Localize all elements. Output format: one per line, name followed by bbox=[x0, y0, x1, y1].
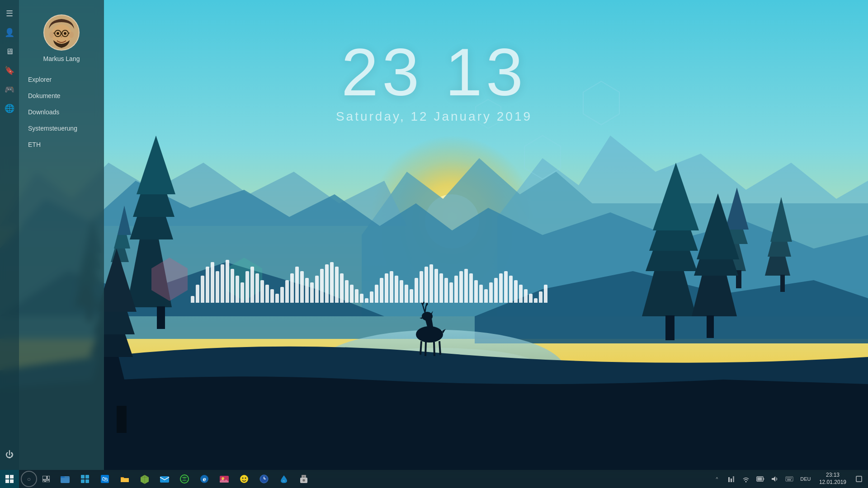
photos-icon bbox=[219, 474, 229, 484]
network-icon bbox=[728, 475, 735, 483]
svg-point-75 bbox=[745, 481, 746, 483]
taskbar-task-manager[interactable] bbox=[75, 470, 95, 488]
svg-marker-79 bbox=[772, 476, 775, 482]
svg-rect-73 bbox=[731, 479, 732, 482]
svg-rect-41 bbox=[42, 480, 45, 482]
viz-bar-55 bbox=[464, 269, 468, 303]
viz-bar-41 bbox=[395, 276, 398, 303]
notification-icon bbox=[855, 475, 863, 483]
taskbar-photos[interactable] bbox=[214, 470, 234, 488]
viz-bar-31 bbox=[345, 280, 349, 303]
menu-item-explorer[interactable]: Explorer bbox=[21, 71, 102, 88]
menu-item-dokumente[interactable]: Dokumente bbox=[21, 88, 102, 104]
battery-icon bbox=[756, 475, 764, 483]
taskbar-drive[interactable] bbox=[294, 470, 314, 488]
tray-keyboard-icon[interactable] bbox=[783, 470, 796, 488]
tray-network-icon[interactable] bbox=[725, 470, 738, 488]
taskbar-email[interactable] bbox=[155, 470, 175, 488]
viz-bar-7 bbox=[226, 260, 229, 303]
viz-bar-5 bbox=[216, 271, 219, 303]
viz-bar-17 bbox=[275, 294, 279, 303]
taskbar-clock[interactable]: 23:13 12.01.2019 bbox=[816, 470, 850, 488]
taskbar-store[interactable]: 🛍 bbox=[95, 470, 115, 488]
viz-bar-38 bbox=[380, 278, 383, 303]
taskbar-package[interactable] bbox=[135, 470, 155, 488]
taskbar-smiley[interactable] bbox=[234, 470, 254, 488]
browser-icon: e bbox=[199, 474, 209, 484]
cortana-button[interactable]: ○ bbox=[21, 471, 37, 487]
svg-rect-83 bbox=[789, 478, 790, 479]
tray-language[interactable]: DEU bbox=[797, 470, 814, 488]
svg-rect-42 bbox=[46, 480, 50, 482]
taskbar-start-button[interactable] bbox=[0, 470, 19, 488]
viz-bar-59 bbox=[484, 289, 488, 303]
viz-bar-66 bbox=[519, 285, 523, 303]
viz-bar-43 bbox=[405, 285, 408, 303]
tray-wifi-icon[interactable] bbox=[740, 470, 752, 488]
viz-bar-12 bbox=[250, 267, 254, 303]
viz-bar-61 bbox=[494, 278, 498, 303]
svg-point-31 bbox=[57, 32, 59, 35]
svg-point-62 bbox=[242, 478, 244, 479]
power-button[interactable]: ⏻ bbox=[1, 446, 18, 463]
svg-rect-9 bbox=[157, 306, 165, 329]
svg-rect-38 bbox=[10, 479, 14, 483]
menu-item-downloads[interactable]: Downloads bbox=[21, 104, 102, 120]
viz-bar-62 bbox=[499, 273, 503, 303]
monitor-button[interactable]: 🖥 bbox=[1, 43, 18, 60]
viz-bar-14 bbox=[260, 280, 264, 303]
viz-bar-47 bbox=[425, 267, 428, 303]
taskbar-folder[interactable] bbox=[115, 470, 135, 488]
viz-bar-48 bbox=[429, 264, 433, 303]
viz-bar-0 bbox=[191, 296, 194, 303]
menu-item-systemsteuerung[interactable]: Systemsteuerung bbox=[21, 120, 102, 136]
tray-battery-icon[interactable] bbox=[754, 470, 767, 488]
user-account-button[interactable]: 👤 bbox=[1, 24, 18, 41]
bookmark-button[interactable]: 🔖 bbox=[1, 62, 18, 79]
viz-bar-45 bbox=[415, 278, 418, 303]
svg-point-63 bbox=[245, 478, 246, 479]
svg-point-70 bbox=[303, 480, 305, 481]
svg-rect-51 bbox=[121, 478, 129, 482]
music-visualizer bbox=[191, 249, 677, 303]
globe-button[interactable]: 🌐 bbox=[1, 100, 18, 117]
viz-bar-57 bbox=[474, 280, 478, 303]
viz-bar-56 bbox=[469, 273, 473, 303]
viz-bar-40 bbox=[390, 271, 393, 303]
taskbar-pinned-apps: 🛍 bbox=[53, 470, 316, 488]
taskbar-clock-app[interactable] bbox=[254, 470, 274, 488]
user-profile: Markus Lang bbox=[19, 7, 104, 71]
games-button[interactable]: 🎮 bbox=[1, 81, 18, 98]
taskbar-browser[interactable]: e bbox=[194, 470, 214, 488]
viz-bar-6 bbox=[221, 264, 224, 303]
tray-volume-icon[interactable] bbox=[769, 470, 781, 488]
svg-rect-47 bbox=[81, 479, 85, 483]
taskview-button[interactable] bbox=[39, 470, 53, 488]
volume-icon bbox=[771, 475, 778, 483]
taskbar-file-explorer[interactable] bbox=[55, 470, 75, 488]
viz-bar-65 bbox=[514, 280, 518, 303]
viz-bar-16 bbox=[270, 289, 274, 303]
clock-overlay: 23 13 Saturday, 12 January 2019 bbox=[336, 39, 532, 124]
viz-bar-50 bbox=[439, 273, 443, 303]
viz-bar-10 bbox=[241, 282, 244, 303]
taskbar-water[interactable] bbox=[274, 470, 294, 488]
hamburger-menu-button[interactable]: ☰ bbox=[1, 5, 18, 22]
viz-bar-11 bbox=[245, 271, 249, 303]
viz-bar-60 bbox=[489, 282, 493, 303]
folder-icon bbox=[120, 474, 130, 484]
notification-center-button[interactable] bbox=[852, 470, 866, 488]
viz-bar-54 bbox=[459, 271, 463, 303]
tray-expand-button[interactable]: ^ bbox=[711, 470, 723, 488]
svg-line-15 bbox=[420, 341, 421, 355]
viz-bar-22 bbox=[300, 271, 304, 303]
taskbar-date: 12.01.2019 bbox=[819, 479, 846, 486]
water-icon bbox=[279, 474, 289, 484]
desktop-background: 23 13 Saturday, 12 January 2019 ☰ 👤 🖥 🔖 … bbox=[0, 0, 868, 488]
svg-point-34 bbox=[69, 32, 74, 38]
svg-line-17 bbox=[434, 342, 434, 356]
viz-bar-70 bbox=[539, 291, 542, 303]
viz-bar-52 bbox=[449, 282, 453, 303]
menu-item-eth[interactable]: ETH bbox=[21, 136, 102, 153]
taskbar-vpn[interactable] bbox=[175, 470, 194, 488]
